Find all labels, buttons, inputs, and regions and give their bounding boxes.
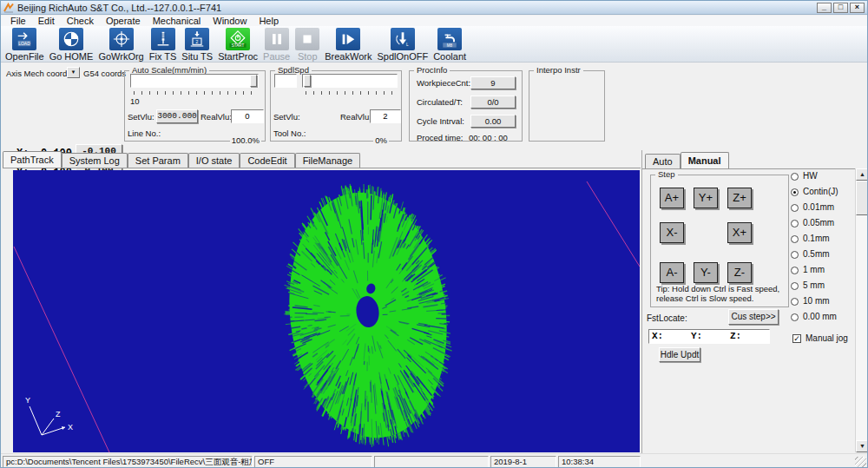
auto-scale-group: Auto Scale(mm/min) 10 SetVlu: 3000.000 R… <box>124 70 266 142</box>
spindle-slider-thumb[interactable] <box>304 75 311 87</box>
step-option-label: 10 mm <box>803 297 830 306</box>
tool-label: Fix TS <box>149 51 177 62</box>
jog-z-plus-button[interactable]: Z+ <box>727 188 752 208</box>
go-home-button[interactable]: Go HOME <box>47 28 96 62</box>
workpiece-cnt-value[interactable]: 9 <box>470 76 516 89</box>
feed-scale-slider[interactable] <box>130 74 259 88</box>
tab-set-param[interactable]: Set Param <box>128 153 188 168</box>
workpiece-cnt-label: WorkpieceCnt: <box>417 78 470 88</box>
tool-label: OpenFile <box>5 51 44 62</box>
manual-jog-checkbox[interactable]: ✓ Manual jog <box>792 334 848 343</box>
fix-toolsetter-button[interactable]: Fix TS <box>147 28 180 62</box>
close-button[interactable]: × <box>850 3 865 13</box>
hdle-updt-button[interactable]: Hdle Updt <box>659 347 700 362</box>
coord-system-dropdown[interactable]: ▼ <box>67 67 80 78</box>
step-option-label: 0.1mm <box>803 234 830 243</box>
step-option-0-01mm[interactable]: 0.01mm <box>791 203 838 212</box>
step-option-0-05mm[interactable]: 0.05mm <box>791 219 838 227</box>
menu-item-check[interactable]: Check <box>61 16 100 26</box>
spindle-setvlu-label: SetVlu: <box>273 112 300 122</box>
step-option-5-mm[interactable]: 5 mm <box>791 281 838 290</box>
tool-label: Pause <box>263 51 290 62</box>
spindle-gear-box[interactable] <box>274 74 297 88</box>
tab-i-o-state[interactable]: I/O state <box>188 153 240 168</box>
step-group: Step A+Y+Z+X-X+A-Y-Z- Tip: Hold down Ctr… <box>650 175 789 307</box>
stop-button: Stop <box>293 28 322 62</box>
radio-icon <box>791 220 799 227</box>
spindle-percent: 0% <box>373 135 389 145</box>
jog-z-minus-button[interactable]: Z- <box>727 262 752 283</box>
situ-toolsetter-button[interactable]: 2 Situ TS <box>179 28 215 62</box>
fst-locate-xyz-input[interactable]: X: Y: Z: <box>648 329 770 344</box>
tab-system-log[interactable]: System Log <box>62 153 128 168</box>
realvlu-label: RealVlu: <box>201 112 232 122</box>
mode-tab-auto[interactable]: Auto <box>645 154 681 168</box>
step-option-label: 5 mm <box>803 281 825 290</box>
cycle-intrval-value[interactable]: 0.00 <box>470 115 516 128</box>
menu-item-operate[interactable]: Operate <box>100 16 147 26</box>
step-option-10-mm[interactable]: 10 mm <box>791 297 838 306</box>
mech-coord-label: Axis Mech coord <box>6 69 67 78</box>
scroll-up-icon[interactable]: ▲ <box>856 168 868 181</box>
resume-icon <box>338 30 358 48</box>
go-work-origin-button[interactable]: GoWrkOrg <box>95 28 146 62</box>
step-option-0-1mm[interactable]: 0.1mm <box>791 234 838 243</box>
set-feed-button[interactable]: 3000.000 <box>156 109 198 123</box>
jog-a-minus-button[interactable]: A- <box>660 262 684 283</box>
proced-time-label: Proced time: <box>417 133 463 142</box>
right-panel-scrollbar[interactable]: ▲ ▼ <box>855 168 868 452</box>
circulated-value[interactable]: 0/0 <box>470 96 516 109</box>
spindle-onoff-button[interactable]: L SpdlOnOFF <box>374 28 431 62</box>
openfile-button[interactable]: LOAD OpenFile <box>3 28 47 62</box>
work-origin-icon <box>111 30 132 48</box>
menu-item-edit[interactable]: Edit <box>32 16 61 26</box>
tool-label: GoWrkOrg <box>98 51 143 62</box>
step-option-label: 0.01mm <box>803 203 834 212</box>
svg-text:START: START <box>232 43 245 48</box>
menu-item-file[interactable]: File <box>4 16 32 26</box>
spindle-onoff-icon: L <box>392 30 413 48</box>
jog-a-plus-button[interactable]: A+ <box>660 188 684 208</box>
slider-ticks <box>134 91 255 95</box>
jog-x-minus-button[interactable]: X- <box>660 222 684 243</box>
jog-y-plus-button[interactable]: Y+ <box>694 188 718 208</box>
cycle-intrval-label: Cycle Intrval: <box>417 116 464 126</box>
start-proc-button[interactable]: START StartProc <box>215 28 260 62</box>
minimize-button[interactable]: _ <box>817 3 832 13</box>
toolpath-view: YZX <box>13 170 640 452</box>
status-date: 2019-8-1 <box>490 456 556 468</box>
jog-y-minus-button[interactable]: Y- <box>694 262 718 283</box>
step-option-0-5mm[interactable]: 0.5mm <box>791 250 838 259</box>
tab-pathtrack[interactable]: PathTrack <box>3 151 62 168</box>
tab-codeedit[interactable]: CodeEdit <box>240 153 294 168</box>
procinfo-title: ProcInfo <box>414 65 450 75</box>
step-option-contin-j[interactable]: Contin(J) <box>791 188 838 196</box>
step-option-list: HWContin(J)0.01mm0.05mm0.1mm0.5mm1 mm5 m… <box>791 172 838 328</box>
break-work-button[interactable]: BreakWork <box>322 28 374 62</box>
tab-filemanage[interactable]: FileManage <box>295 153 360 168</box>
menu-item-window[interactable]: Window <box>207 16 253 26</box>
menu-item-mechanical[interactable]: Mechanical <box>147 16 207 26</box>
resize-grip[interactable] <box>855 457 866 468</box>
menu-item-help[interactable]: Help <box>253 16 285 26</box>
cus-step-button[interactable]: Cus step>> <box>728 309 779 325</box>
jog-x-plus-button[interactable]: X+ <box>727 222 752 243</box>
pause-icon <box>266 30 287 48</box>
tool-label: StartProc <box>218 51 258 62</box>
mode-tab-manual[interactable]: Manual <box>681 152 729 168</box>
status-state: OFF <box>254 456 372 468</box>
step-option-hw[interactable]: HW <box>791 172 838 181</box>
step-option-1-mm[interactable]: 1 mm <box>791 266 838 274</box>
status-bar: pc:D:\Documents\Tencent Files\1753973450… <box>1 453 867 468</box>
coolant-button[interactable]: M8 Coolant <box>431 28 469 62</box>
spindle-slider[interactable] <box>302 74 398 88</box>
tab-content-border <box>3 168 641 168</box>
maximize-button[interactable]: □ <box>833 3 848 13</box>
path-track-canvas[interactable]: YZX <box>13 170 640 452</box>
scroll-down-icon[interactable]: ▼ <box>856 440 868 452</box>
feed-scale-slider-thumb[interactable] <box>250 75 257 87</box>
step-option-0-00-mm[interactable]: 0.00 mm <box>791 313 838 321</box>
scrollbar-thumb[interactable] <box>856 181 868 215</box>
interpo-instr-group: Interpo Instr <box>529 70 605 142</box>
radio-icon <box>791 204 799 212</box>
